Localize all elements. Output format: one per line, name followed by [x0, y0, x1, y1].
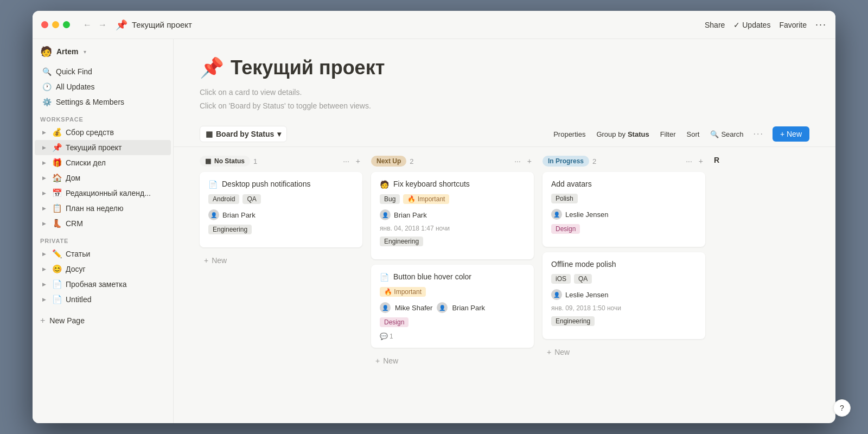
page-label: План на неделю: [66, 204, 123, 213]
assignee-name: Brian Park: [452, 304, 485, 312]
card-button-hover[interactable]: 📄 Button blue hover color 🔥 Important 👤 …: [371, 265, 534, 348]
column-count: 1: [253, 157, 257, 165]
maximize-button[interactable]: [63, 21, 70, 28]
toolbar-more-button[interactable]: ···: [749, 126, 768, 142]
chevron-down-icon: ▾: [277, 130, 281, 138]
card-add-avatars[interactable]: Add avatars Polish 👤 Leslie Jensen Desig…: [542, 172, 705, 247]
titlebar: ← → 📌 Текущий проект Share ✓ Updates Fav…: [33, 11, 835, 39]
new-page-button[interactable]: + New Page: [33, 311, 173, 330]
titlebar-actions: Share ✓ Updates Favorite ···: [705, 19, 827, 30]
tag-android: Android: [208, 194, 239, 204]
collapse-icon: ▶: [42, 145, 49, 150]
share-button[interactable]: Share: [705, 21, 725, 29]
card-tags: iOS QA: [551, 274, 697, 284]
sidebar-item-sborka[interactable]: ▶ 💰 Сбор средств: [35, 125, 171, 140]
plus-icon: +: [204, 256, 208, 265]
card-icon: 🧑: [380, 180, 389, 189]
board-view-selector[interactable]: ▦ Board by Status ▾: [200, 126, 287, 142]
search-label: Search: [721, 130, 743, 138]
column-more-button[interactable]: ···: [341, 156, 352, 167]
collapse-icon: ▶: [42, 251, 49, 257]
column-header-next-up: Next Up 2 ··· +: [371, 156, 534, 167]
page-label: Досуг: [66, 265, 86, 273]
add-card-button-next-up[interactable]: + New: [371, 353, 534, 368]
properties-button[interactable]: Properties: [548, 127, 591, 141]
sidebar-item-untitled[interactable]: ▶ 📄 Untitled: [35, 292, 171, 307]
filter-button[interactable]: Filter: [655, 127, 681, 141]
tag-engineering: Engineering: [551, 316, 595, 326]
close-button[interactable]: [41, 21, 48, 28]
sidebar-item-leisure[interactable]: ▶ 😊 Досуг: [35, 261, 171, 277]
sidebar-item-lists[interactable]: ▶ 🎁 Списки дел: [35, 155, 171, 170]
favorite-button[interactable]: Favorite: [779, 21, 807, 29]
add-card-label: New: [554, 348, 570, 356]
group-by-button[interactable]: Group by Status: [591, 127, 654, 141]
new-page-label: New Page: [49, 316, 85, 325]
user-chevron-icon: ▾: [84, 49, 86, 55]
gear-icon: ⚙️: [42, 98, 52, 106]
assignee-name: Brian Park: [222, 211, 256, 219]
avatar: 👤: [208, 209, 219, 220]
collapse-icon: ▶: [42, 282, 49, 287]
column-badge-no-status: ▦ No Status: [200, 156, 250, 167]
sidebar-item-settings[interactable]: ⚙️ Settings & Members: [35, 94, 171, 110]
forward-button[interactable]: →: [96, 19, 109, 31]
card-offline-mode[interactable]: Offline mode polish iOS QA 👤 Leslie Jens…: [542, 252, 705, 339]
column-title: Next Up: [376, 157, 401, 165]
user-avatar: 🧑: [40, 46, 52, 58]
column-count: 2: [410, 157, 413, 165]
collapse-icon: ▶: [42, 266, 49, 272]
updates-button[interactable]: ✓ Updates: [733, 21, 770, 29]
column-more-button[interactable]: ···: [512, 156, 523, 167]
page-label: CRM: [66, 219, 83, 228]
page-icon: 📋: [52, 203, 62, 213]
card-assignee: 👤 Brian Park: [208, 209, 354, 220]
more-button[interactable]: ···: [815, 19, 827, 30]
new-item-button[interactable]: + New: [773, 126, 809, 142]
page-icon: 💰: [52, 127, 62, 137]
minimize-button[interactable]: [52, 21, 59, 28]
card-title-text: Offline mode polish: [551, 260, 616, 269]
card-date: янв. 09, 2018 1:50 ночи: [551, 304, 697, 312]
sidebar-item-quick-find[interactable]: 🔍 Quick Find: [35, 64, 171, 79]
card-footer: 💬 1: [380, 333, 525, 340]
sidebar-item-all-updates[interactable]: 🕐 All Updates: [35, 79, 171, 94]
sidebar-item-current-project[interactable]: ▶ 📌 Текущий проект: [35, 140, 171, 155]
column-add-button[interactable]: +: [525, 156, 534, 167]
column-next-up: Next Up 2 ··· + 🧑 Fix keyboard shortcuts: [371, 156, 534, 368]
column-add-button[interactable]: +: [354, 156, 362, 167]
assignee-name: Mike Shafer: [395, 304, 432, 312]
sidebar-item-crm[interactable]: ▶ 👢 CRM: [35, 216, 171, 231]
sidebar-user[interactable]: 🧑 Artem ▾: [33, 39, 173, 64]
page-icon: 🏠: [52, 173, 62, 183]
sidebar-item-articles[interactable]: ▶ ✏️ Статьи: [35, 246, 171, 261]
tag-important: 🔥 Important: [403, 194, 449, 204]
tag-qa: QA: [574, 274, 592, 284]
add-card-button-in-progress[interactable]: + New: [542, 344, 705, 360]
plus-icon: +: [40, 316, 45, 326]
sidebar-item-test-note[interactable]: ▶ 📄 Пробная заметка: [35, 277, 171, 292]
page-label: Списки дел: [66, 158, 106, 167]
add-card-button-no-status[interactable]: + New: [200, 253, 362, 268]
avatar: 👤: [551, 289, 562, 300]
card-desktop-push[interactable]: 📄 Desktop push notifications Android QA …: [200, 172, 362, 247]
card-fix-keyboard[interactable]: 🧑 Fix keyboard shortcuts Bug 🔥 Important…: [371, 172, 534, 259]
page-label: Дом: [66, 174, 80, 182]
card-title-text: Desktop push notifications: [222, 180, 310, 188]
group-by-label: Group by: [596, 130, 625, 138]
help-button[interactable]: ?: [833, 399, 851, 417]
avatar: 👤: [551, 209, 562, 220]
sidebar-item-editorial[interactable]: ▶ 📅 Редакционный календ...: [35, 186, 171, 201]
search-button[interactable]: 🔍 Search: [705, 127, 749, 141]
card-assignee: 👤 Leslie Jensen: [551, 289, 697, 300]
back-button[interactable]: ←: [81, 19, 94, 31]
sort-button[interactable]: Sort: [681, 127, 705, 141]
page-title: Текущий проект: [231, 56, 385, 79]
tag-qa: QA: [242, 194, 260, 204]
sidebar-item-home[interactable]: ▶ 🏠 Дом: [35, 170, 171, 186]
column-more-button[interactable]: ···: [684, 156, 694, 167]
add-card-label: New: [383, 356, 398, 365]
sidebar-item-week-plan[interactable]: ▶ 📋 План на неделю: [35, 201, 171, 216]
column-add-button[interactable]: +: [697, 156, 705, 167]
column-title: In Progress: [548, 157, 584, 165]
